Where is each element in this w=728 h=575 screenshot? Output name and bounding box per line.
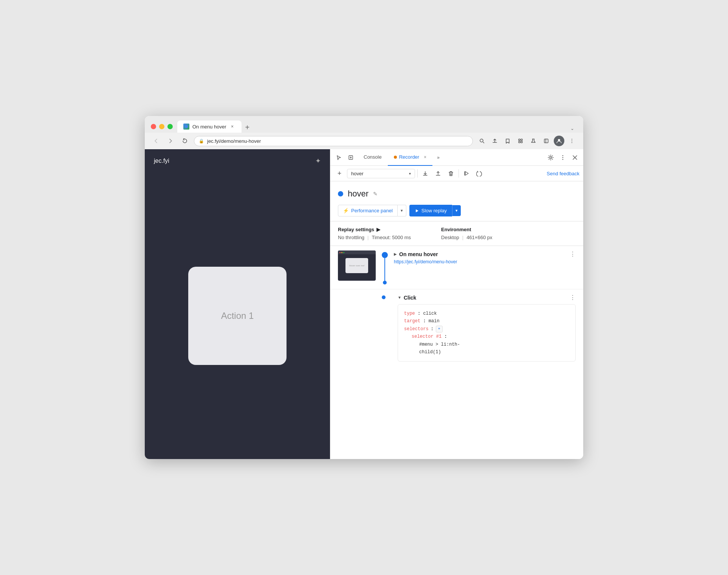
devtools-tabs: Console Recorder × — [358, 149, 432, 166]
svg-rect-6 — [544, 139, 548, 143]
devtools-more-button[interactable] — [558, 152, 568, 163]
tab-title: On menu hover — [192, 124, 226, 130]
recording-info: hover ✎ ⚡ Performance panel ▾ S — [330, 181, 583, 221]
flask-icon-btn[interactable] — [528, 136, 539, 146]
devtools-header: Console Recorder × » — [330, 149, 583, 166]
recorder-dot — [394, 156, 397, 159]
recorder-tab-close[interactable]: × — [424, 155, 426, 160]
tab-recorder[interactable]: Recorder × — [388, 149, 432, 166]
cursor-tool-icon[interactable] — [333, 152, 344, 163]
close-button[interactable] — [151, 124, 156, 129]
search-icon-btn[interactable] — [477, 136, 487, 146]
perf-icon: ⚡ — [343, 208, 349, 213]
forward-button[interactable] — [165, 136, 176, 146]
nav-icons — [477, 136, 577, 146]
delete-recording-button[interactable] — [446, 168, 456, 179]
new-tab-button[interactable]: + — [242, 122, 254, 133]
code-colon-2: : — [423, 318, 428, 324]
step-2-more-button[interactable]: ⋮ — [570, 294, 576, 301]
devtools-settings-button[interactable] — [545, 152, 556, 163]
traffic-lights — [151, 124, 173, 129]
site-logo: jec.fyi — [154, 158, 169, 164]
tab-bar: On menu hover × + ⌄ — [177, 121, 577, 133]
step-1-url: https://jec.fyi/demo/menu-hover — [394, 259, 576, 264]
nav-bar: 🔒 jec.fyi/demo/menu-hover — [145, 133, 583, 149]
site-panel: jec.fyi ✦ Action 1 — [145, 149, 330, 459]
maximize-button[interactable] — [167, 124, 173, 129]
svg-point-14 — [562, 157, 563, 158]
devtools-header-actions — [545, 152, 580, 163]
replay-settings-title: Replay settings ▶ — [338, 227, 411, 232]
step-1-info: ▶ On menu hover ⋮ https://jec.fyi/demo/m… — [394, 250, 576, 264]
theme-toggle-button[interactable]: ✦ — [315, 157, 321, 165]
slow-replay-wrapper: Slow replay ▾ — [409, 205, 461, 216]
svg-rect-5 — [521, 141, 522, 143]
steps-container: Hover over me! ▶ On menu hover ⋮ — [330, 246, 583, 459]
code-type-key: type — [404, 311, 415, 316]
step-1-more-button[interactable]: ⋮ — [570, 250, 576, 258]
extensions-icon-btn[interactable] — [515, 136, 526, 146]
active-tab[interactable]: On menu hover × — [177, 121, 242, 133]
perf-panel-label: Performance panel — [351, 208, 393, 213]
share-icon-btn[interactable] — [489, 136, 500, 146]
slow-replay-button[interactable]: Slow replay — [409, 205, 452, 216]
step-2-timeline — [382, 294, 386, 299]
recording-title: hover — [348, 189, 369, 199]
code-selectors-key: selectors — [404, 325, 429, 333]
settings-section-env: Environment Desktop | 461×660 px — [441, 227, 492, 240]
sidebar-icon-btn[interactable] — [541, 136, 551, 146]
step-1-thumbnail: Hover over me! — [338, 250, 376, 281]
inspector-icon[interactable] — [345, 152, 356, 163]
toolbar-divider-2 — [458, 169, 459, 178]
svg-rect-3 — [521, 139, 522, 141]
tab-console[interactable]: Console — [358, 149, 388, 166]
replay-button[interactable] — [461, 168, 472, 179]
environment-details: Desktop | 461×660 px — [441, 235, 492, 240]
code-target-key: target — [404, 318, 420, 324]
slow-replay-dropdown[interactable]: ▾ — [452, 205, 461, 216]
bookmark-icon-btn[interactable] — [502, 136, 513, 146]
recording-name-container[interactable]: hover ▾ — [347, 169, 415, 178]
step-2: ▼ Click ⋮ type : click target — [330, 289, 583, 366]
tab-favicon — [183, 124, 189, 130]
step-2-dot — [382, 295, 386, 299]
undo-button[interactable] — [474, 168, 485, 179]
profile-icon[interactable] — [554, 136, 564, 146]
perf-panel-dropdown[interactable]: ▾ — [398, 205, 406, 216]
step-1-expand[interactable]: ▶ — [394, 252, 397, 256]
selector-icon-button[interactable]: ⌖ — [436, 326, 443, 332]
send-feedback-link[interactable]: Send feedback — [547, 171, 579, 176]
step-1-dot — [382, 252, 388, 258]
step-2-expand[interactable]: ▼ — [398, 295, 401, 300]
code-type-val: click — [423, 311, 437, 316]
recorder-toolbar: + hover ▾ — [330, 166, 583, 181]
devtools-close-button[interactable] — [570, 152, 580, 163]
import-button[interactable] — [433, 168, 443, 179]
action-card-label: Action 1 — [221, 311, 254, 321]
more-tabs-button[interactable]: » — [434, 155, 443, 160]
add-recording-button[interactable]: + — [334, 168, 345, 179]
tab-close-button[interactable]: × — [229, 124, 235, 130]
svg-rect-4 — [519, 141, 520, 143]
tab-expand-button[interactable]: ⌄ — [567, 124, 577, 133]
title-bar: On menu hover × + ⌄ — [145, 116, 583, 133]
export-button[interactable] — [420, 168, 431, 179]
reload-button[interactable] — [180, 136, 190, 146]
recording-title-row: hover ✎ — [338, 189, 576, 199]
recording-dropdown-arrow[interactable]: ▾ — [409, 172, 411, 176]
devtools-panel: Console Recorder × » — [330, 149, 583, 459]
back-button[interactable] — [151, 136, 161, 146]
edit-title-icon[interactable]: ✎ — [373, 191, 378, 197]
action-card[interactable]: Action 1 — [188, 267, 287, 365]
performance-panel-button[interactable]: ⚡ Performance panel — [338, 205, 398, 216]
throttling-text: No throttling | Timeout: 5000 ms — [338, 235, 411, 240]
step-1-line — [384, 258, 385, 281]
menu-icon-btn[interactable] — [567, 136, 577, 146]
minimize-button[interactable] — [159, 124, 164, 129]
perf-panel-wrapper: ⚡ Performance panel ▾ — [338, 205, 406, 216]
svg-point-12 — [550, 156, 552, 158]
address-bar[interactable]: 🔒 jec.fyi/demo/menu-hover — [194, 136, 473, 146]
svg-point-7 — [558, 139, 560, 141]
replay-settings-expand[interactable]: ▶ — [376, 227, 380, 232]
step-1-dot-small — [383, 281, 387, 284]
